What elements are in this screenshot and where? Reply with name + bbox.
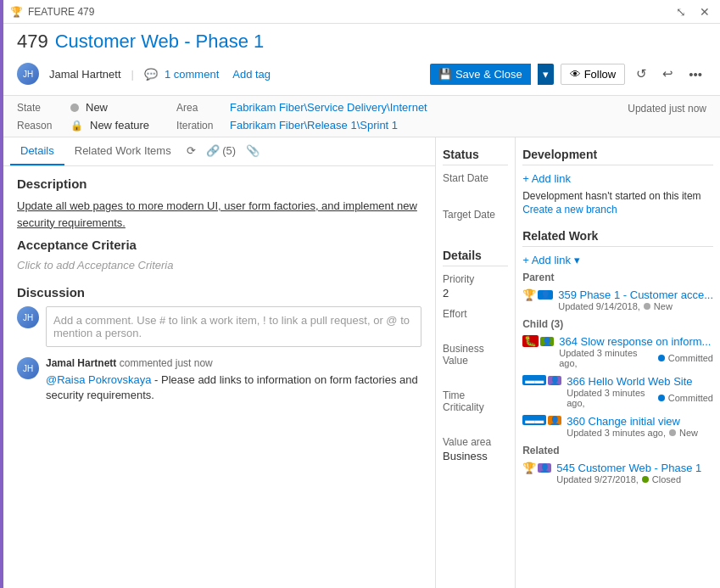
history-icon[interactable]: ⟳ xyxy=(181,137,201,165)
iteration-value[interactable]: Fabrikam Fiber\Release 1\Sprint 1 xyxy=(230,119,398,132)
comment-mention[interactable]: @Raisa Pokrovskaya xyxy=(46,373,151,386)
comment-author: Jamal Hartnett xyxy=(46,357,116,369)
child-item-366: ▬▬ 👤 366 Hello World Web Site Updated 3 … xyxy=(522,375,713,408)
comment-icon: 💬 xyxy=(144,68,158,81)
related-work-title: Related Work xyxy=(522,229,713,247)
workitem-number: 479 xyxy=(17,31,48,53)
eye-icon: 👁 xyxy=(570,68,581,81)
parent-item-meta: Updated 9/14/2018, New xyxy=(558,301,713,311)
business-value-field: Business Value xyxy=(443,343,508,381)
follow-button[interactable]: 👁 Follow xyxy=(561,64,626,85)
reason-label: Reason xyxy=(17,120,64,132)
effort-label: Effort xyxy=(443,308,508,320)
create-branch-link[interactable]: Create a new branch xyxy=(522,204,713,216)
time-criticality-label: Time Criticality xyxy=(443,389,508,413)
dev-add-link-button[interactable]: + Add link xyxy=(522,172,713,185)
child-item-360-title[interactable]: 360 Change initial view xyxy=(567,415,713,428)
effort-field: Effort xyxy=(443,308,508,334)
links-icon[interactable]: 🔗 (5) xyxy=(201,137,242,165)
start-date-value[interactable] xyxy=(443,186,508,199)
related-feature-icon: 🏆 xyxy=(522,462,536,474)
save-dropdown-button[interactable]: ▾ xyxy=(538,64,554,85)
save-close-button[interactable]: 💾 Save & Close xyxy=(430,64,531,85)
minimize-button[interactable]: ⤡ xyxy=(673,3,689,20)
related-item-545: 🏆 👤 545 Customer Web - Phase 1 Updated 9… xyxy=(522,462,713,484)
effort-value[interactable] xyxy=(443,322,508,334)
acceptance-placeholder[interactable]: Click to add Acceptance Criteria xyxy=(17,259,421,272)
parent-status-dot xyxy=(644,303,650,310)
area-label: Area xyxy=(176,102,223,114)
more-options-button[interactable]: ••• xyxy=(684,64,706,84)
child-item-364-meta: Updated 3 minutes ago, Committed xyxy=(559,348,713,368)
description-underlined: Update all web pages to more modern UI, … xyxy=(17,199,417,229)
reason-value: New feature xyxy=(90,119,149,132)
status-section: Status Start Date Target Date xyxy=(443,148,508,235)
left-panel: Details Related Work Items ⟳ 🔗 (5) 📎 Des… xyxy=(3,137,436,588)
status-section-title: Status xyxy=(443,148,508,165)
comment-input[interactable]: Add a comment. Use # to link a work item… xyxy=(46,306,421,347)
state-label: State xyxy=(17,102,64,114)
time-criticality-value[interactable] xyxy=(443,415,508,428)
discussion-title: Discussion xyxy=(17,285,421,300)
child-bug-icon-364: 🐛 xyxy=(522,335,539,347)
save-icon: 💾 xyxy=(438,68,452,81)
parent-feature-icon: 🏆 xyxy=(522,288,536,301)
parent-user-icon: 👤 xyxy=(538,290,553,300)
iteration-label: Iteration xyxy=(176,120,223,132)
description-text: Update all web pages to more modern UI, … xyxy=(17,198,421,231)
feature-label: FEATURE 479 xyxy=(28,6,94,18)
value-area-value[interactable]: Business xyxy=(443,450,508,462)
dev-note: Development hasn't started on this item … xyxy=(522,190,713,216)
updated-label: Updated just now xyxy=(628,101,706,115)
workitem-header: 479 Customer Web - Phase 1 JH Jamal Hart… xyxy=(3,24,720,96)
tab-related-work-items[interactable]: Related Work Items xyxy=(64,137,181,165)
child-user-icon-360: 👤 xyxy=(548,416,561,425)
commenter-avatar: JH xyxy=(17,357,39,379)
parent-item-title[interactable]: 359 Phase 1 - Customer acce... xyxy=(558,288,713,301)
comment-meta: Jamal Hartnett commented just now xyxy=(46,357,421,369)
state-value[interactable]: New xyxy=(86,101,108,114)
related-item-545-info: 545 Customer Web - Phase 1 Updated 9/27/… xyxy=(556,462,713,484)
child-user-icon-364: 👤 xyxy=(540,337,554,346)
area-value[interactable]: Fabrikam Fiber\Service Delivery\Internet xyxy=(230,101,427,114)
start-date-label: Start Date xyxy=(443,172,508,184)
development-section: Development + Add link Development hasn'… xyxy=(522,148,713,216)
parent-item-info: 359 Phase 1 - Customer acce... Updated 9… xyxy=(558,288,713,311)
comment-link[interactable]: 1 comment xyxy=(165,68,219,81)
child-user-icon-366: 👤 xyxy=(548,376,561,385)
related-item-545-meta: Updated 9/27/2018, Closed xyxy=(556,474,713,484)
child-item-364-title[interactable]: 364 Slow response on inform... xyxy=(559,335,713,348)
related-545-status-dot xyxy=(642,476,649,483)
comment-text: @Raisa Pokrovskaya - Please add links to… xyxy=(46,372,421,403)
avatar: JH xyxy=(17,63,39,85)
development-title: Development xyxy=(522,148,713,165)
child-item-360-meta: Updated 3 minutes ago, New xyxy=(567,428,713,438)
refresh-button[interactable]: ↺ xyxy=(632,64,651,84)
add-tag-link[interactable]: Add tag xyxy=(232,68,271,81)
status-details-column: Status Start Date Target Date D xyxy=(436,137,516,588)
related-add-link-button[interactable]: + Add link ▾ xyxy=(522,254,713,266)
child-task-icon-360: ▬▬ xyxy=(522,415,546,425)
value-area-field: Value area Business xyxy=(443,436,508,462)
main-content: Details Related Work Items ⟳ 🔗 (5) 📎 Des… xyxy=(3,137,720,588)
priority-field: Priority 2 xyxy=(443,273,508,300)
priority-value[interactable]: 2 xyxy=(443,287,508,300)
child-label: Child (3) xyxy=(522,318,713,330)
child-item-366-title[interactable]: 366 Hello World Web Site xyxy=(567,375,713,388)
current-user-avatar: JH xyxy=(17,306,39,328)
dev-related-column: Development + Add link Development hasn'… xyxy=(516,137,720,588)
feature-icon: 🏆 xyxy=(10,6,23,18)
tab-details[interactable]: Details xyxy=(10,137,64,165)
comment-time: commented just now xyxy=(120,357,213,369)
business-value-value[interactable] xyxy=(443,368,508,381)
target-date-label: Target Date xyxy=(443,209,508,221)
fields-row: State New Reason 🔒 New feature Area Fabr… xyxy=(3,96,720,137)
attachment-icon[interactable]: 📎 xyxy=(241,137,265,165)
related-item-545-title[interactable]: 545 Customer Web - Phase 1 xyxy=(556,462,713,474)
undo-button[interactable]: ↩ xyxy=(658,64,678,84)
right-panel: Status Start Date Target Date D xyxy=(436,137,720,588)
target-date-value[interactable] xyxy=(443,222,508,235)
details-section: Details Priority 2 Effort Business Value xyxy=(443,249,508,462)
acceptance-title: Acceptance Criteria xyxy=(17,238,421,252)
close-button[interactable]: ✕ xyxy=(696,3,713,20)
